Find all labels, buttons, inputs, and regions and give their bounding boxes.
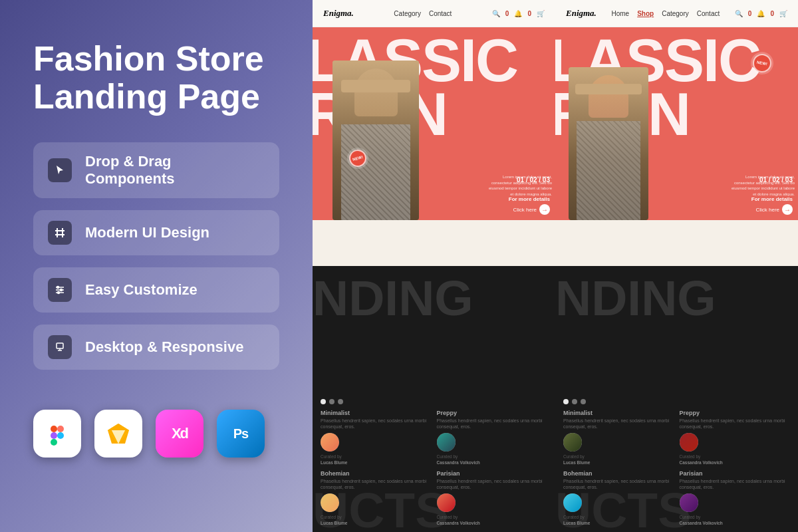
style-item-minimalist-right: Minimalist Phasellus hendrerit sapien, n… xyxy=(563,410,674,465)
bell-icon-left: 🔔 xyxy=(514,10,522,17)
svg-rect-9 xyxy=(51,426,57,432)
hero-cta-right: For more details Click here → xyxy=(751,196,793,215)
avatar-minimalist-right xyxy=(563,433,582,452)
hero-section-right: LASSICRIAN NEW! 01 / 02 / 03 Lorem ipsum… xyxy=(555,27,798,220)
feature-label-drag-drop: Drop & Drag Components xyxy=(85,153,265,188)
xd-icon: Xd xyxy=(156,410,203,458)
svg-rect-11 xyxy=(51,432,57,439)
avatar-bohemian-right xyxy=(563,493,582,512)
hero-section-left: LASSICRIAN NEW! 01 / 02 / 03 Lorem ipsum… xyxy=(313,27,555,220)
cart-icon-right: 🛒 xyxy=(779,10,787,17)
bottom-title-text-right: NDING xyxy=(555,269,716,327)
nav-icons-right: 🔍 0 🔔 0 🛒 xyxy=(735,10,787,17)
cursor-icon xyxy=(48,158,72,182)
features-list: Drop & Drag Components Modern UI Design xyxy=(33,142,279,370)
preview-bottom-left: NDING Minimalist Phasellus hendrerit sap… xyxy=(313,266,555,532)
svg-marker-19 xyxy=(118,424,129,430)
sketch-icon xyxy=(94,410,142,458)
tool-icons: Xd Ps xyxy=(33,410,279,458)
cart-icon-left: 🛒 xyxy=(537,10,545,17)
dot-1 xyxy=(321,399,326,404)
style-item-parisian-right: Parisian Phasellus hendrerit sapien, nec… xyxy=(680,470,791,525)
style-item-bohemian-right: Bohemian Phasellus hendrerit sapien, nec… xyxy=(563,470,674,525)
device-icon xyxy=(48,335,72,359)
svg-point-3 xyxy=(57,287,59,289)
ps-icon: Ps xyxy=(217,410,265,458)
nav-logo-left: Enigma. xyxy=(323,8,354,19)
style-item-preppy-right: Preppy Phasellus hendrerit sapien, nec s… xyxy=(680,410,791,465)
preview-bottom-right: NDING Minimalist Phasellus hendrerit sap… xyxy=(555,266,798,532)
feature-label-easy-customize: Easy Customize xyxy=(85,281,198,299)
style-item-parisian-left: Parisian Phasellus hendrerit sapien, nec… xyxy=(437,470,548,525)
dot-r1 xyxy=(563,399,569,404)
figma-icon xyxy=(33,410,81,458)
style-grid-right: Minimalist Phasellus hendrerit sapien, n… xyxy=(563,410,790,525)
style-grid-left: Minimalist Phasellus hendrerit sapien, n… xyxy=(321,410,547,525)
avatar-preppy-right xyxy=(680,433,698,452)
svg-marker-20 xyxy=(108,424,118,430)
svg-point-4 xyxy=(61,289,63,291)
feature-label-desktop-responsive: Desktop & Responsive xyxy=(85,338,243,356)
bell-icon-right: 🔔 xyxy=(757,10,765,17)
sliders-icon xyxy=(48,278,72,302)
search-icon-left: 🔍 xyxy=(492,10,500,17)
hero-cta-left: For more details Click here → xyxy=(509,196,550,215)
hero-person-right xyxy=(569,67,648,220)
mini-nav-right: Enigma. Home Shop Category Contact 🔍 0 🔔… xyxy=(555,0,798,27)
search-icon-right: 🔍 xyxy=(735,10,743,17)
nav-links-left: Category Contact xyxy=(394,10,452,17)
feature-label-modern-ui: Modern UI Design xyxy=(85,224,209,241)
right-preview-area: Enigma. Category Contact 🔍 0 🔔 0 🛒 LASSI… xyxy=(313,0,798,532)
nav-icons-left: 🔍 0 🔔 0 🛒 xyxy=(492,10,545,17)
svg-rect-12 xyxy=(51,439,57,446)
svg-point-5 xyxy=(58,292,60,294)
dot-r2 xyxy=(572,399,577,404)
pagination-dots-left xyxy=(321,399,547,404)
dot-r3 xyxy=(581,399,586,404)
mini-nav-left: Enigma. Category Contact 🔍 0 🔔 0 🛒 xyxy=(313,0,555,27)
dot-2 xyxy=(329,399,334,404)
style-item-minimalist-left: Minimalist Phasellus hendrerit sapien, n… xyxy=(321,410,432,465)
hero-text-left: Lorem ipsum dolor sit amet, consectetur … xyxy=(485,174,552,197)
svg-rect-6 xyxy=(57,343,63,348)
preview-top-right: Enigma. Home Shop Category Contact 🔍 0 🔔… xyxy=(555,0,798,266)
pagination-dots-right xyxy=(563,399,790,404)
bottom-content-left: Minimalist Phasellus hendrerit sapien, n… xyxy=(313,392,555,532)
feature-modern-ui: Modern UI Design xyxy=(33,210,279,255)
nav-links-right: Home Shop Category Contact xyxy=(612,10,720,17)
hero-text-right: Lorem ipsum dolor sit amet, consectetur … xyxy=(728,174,795,197)
svg-point-13 xyxy=(57,432,64,439)
main-title: Fashion Store Landing Page xyxy=(33,40,279,116)
avatar-bohemian-left xyxy=(321,493,339,512)
feature-easy-customize: Easy Customize xyxy=(33,267,279,313)
hero-person-left xyxy=(332,61,419,220)
feature-desktop-responsive: Desktop & Responsive xyxy=(33,325,279,370)
feature-drag-drop: Drop & Drag Components xyxy=(33,142,279,198)
style-item-bohemian-left: Bohemian Phasellus hendrerit sapien, nec… xyxy=(321,470,432,525)
nav-logo-right: Enigma. xyxy=(566,8,597,19)
person-silhouette-left xyxy=(332,61,419,220)
svg-rect-10 xyxy=(57,426,64,432)
style-item-preppy-left: Preppy Phasellus hendrerit sapien, nec s… xyxy=(437,410,548,465)
avatar-parisian-right xyxy=(680,493,698,512)
preview-top-left: Enigma. Category Contact 🔍 0 🔔 0 🛒 LASSI… xyxy=(313,0,555,266)
bottom-title-text-left: NDING xyxy=(313,269,473,327)
left-panel: Fashion Store Landing Page Drop & Drag C… xyxy=(0,0,313,532)
avatar-parisian-left xyxy=(437,493,456,512)
hash-icon xyxy=(48,221,72,245)
bottom-content-right: Minimalist Phasellus hendrerit sapien, n… xyxy=(555,392,798,532)
avatar-preppy-left xyxy=(437,433,456,452)
avatar-minimalist-left xyxy=(321,433,339,452)
dot-3 xyxy=(338,399,343,404)
